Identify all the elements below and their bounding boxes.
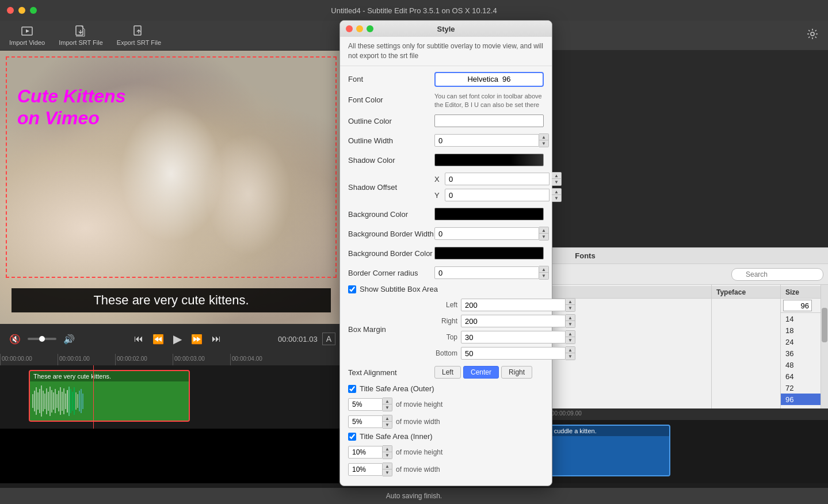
outline-width-down[interactable]: ▼ xyxy=(539,140,548,147)
outer-width-stepper[interactable]: ▲ ▼ xyxy=(383,415,392,429)
margin-top-up[interactable]: ▲ xyxy=(566,331,575,337)
size-input-field[interactable] xyxy=(783,300,812,311)
margin-bottom-down[interactable]: ▼ xyxy=(566,353,575,360)
outline-width-up[interactable]: ▲ xyxy=(539,134,548,140)
border-radius-stepper[interactable]: ▲ ▼ xyxy=(539,266,549,280)
shadow-y-input[interactable] xyxy=(445,189,550,201)
margin-bottom-stepper[interactable]: ▲ ▼ xyxy=(566,346,575,360)
inner-width-input[interactable] xyxy=(348,463,383,476)
rewind-button[interactable]: ⏪ xyxy=(150,331,166,347)
outer-height-input[interactable] xyxy=(348,398,383,411)
shadow-y-stepper[interactable]: ▲ ▼ xyxy=(552,188,562,202)
dialog-close-button[interactable] xyxy=(346,25,353,32)
show-subtitle-box-checkbox[interactable] xyxy=(348,285,356,293)
margin-bottom-up[interactable]: ▲ xyxy=(566,347,575,353)
outline-width-input[interactable] xyxy=(434,134,539,147)
close-button[interactable] xyxy=(7,7,14,14)
bg-border-color-swatch[interactable] xyxy=(434,247,544,259)
margin-left-down[interactable]: ▼ xyxy=(566,305,575,311)
title-safe-outer-checkbox[interactable] xyxy=(348,385,356,393)
size-14[interactable]: 14 xyxy=(781,313,821,324)
outline-color-swatch[interactable] xyxy=(434,114,544,127)
margin-left-input[interactable] xyxy=(461,299,566,311)
shadow-x-stepper[interactable]: ▲ ▼ xyxy=(552,172,562,186)
size-96[interactable]: 96 xyxy=(781,394,821,405)
margin-right-down[interactable]: ▼ xyxy=(566,321,575,327)
margin-left-up[interactable]: ▲ xyxy=(566,299,575,305)
margin-left-stepper[interactable]: ▲ ▼ xyxy=(566,298,575,312)
play-button[interactable]: ▶ xyxy=(171,330,184,348)
shadow-color-swatch[interactable] xyxy=(434,154,544,166)
title-safe-inner-checkbox[interactable] xyxy=(348,433,356,441)
inner-height-stepper[interactable]: ▲ ▼ xyxy=(383,445,392,459)
size-72[interactable]: 72 xyxy=(781,382,821,394)
size-36[interactable]: 36 xyxy=(781,348,821,359)
shadow-x-down[interactable]: ▼ xyxy=(552,179,561,185)
align-left-button[interactable]: Left xyxy=(434,366,461,379)
inner-width-up[interactable]: ▲ xyxy=(383,463,392,469)
outer-width-up[interactable]: ▲ xyxy=(383,415,392,422)
timeline-tracks[interactable]: These are very cute kittens. xyxy=(0,365,342,429)
ruler-mark-1: 00:00:01.00 xyxy=(58,354,115,365)
margin-top-label: Top xyxy=(434,333,457,341)
border-radius-input[interactable] xyxy=(434,266,539,279)
shadow-y-up[interactable]: ▲ xyxy=(552,189,561,195)
margin-right-up[interactable]: ▲ xyxy=(566,315,575,321)
margin-top-stepper[interactable]: ▲ ▼ xyxy=(566,330,575,344)
skip-start-button[interactable]: ⏮ xyxy=(132,331,146,346)
import-srt-button[interactable]: Import SRT File xyxy=(59,25,103,46)
fonts-search-input[interactable] xyxy=(731,268,823,281)
align-center-button[interactable]: Center xyxy=(463,366,499,379)
mute-button[interactable]: 🔇 xyxy=(7,331,23,347)
bg-color-swatch[interactable] xyxy=(434,208,544,220)
inner-height-down[interactable]: ▼ xyxy=(383,452,392,459)
volume-up-button[interactable]: 🔊 xyxy=(61,331,77,347)
bg-border-width-down[interactable]: ▼ xyxy=(539,234,548,240)
shadow-x-up[interactable]: ▲ xyxy=(552,173,561,179)
margin-right-input[interactable] xyxy=(461,315,566,327)
margin-right-stepper[interactable]: ▲ ▼ xyxy=(566,314,575,328)
dialog-maximize-button[interactable] xyxy=(367,25,373,32)
inner-width-down[interactable]: ▼ xyxy=(383,469,392,476)
maximize-button[interactable] xyxy=(30,7,37,14)
volume-slider[interactable] xyxy=(28,338,56,340)
playhead[interactable] xyxy=(93,365,94,429)
shadow-y-down[interactable]: ▼ xyxy=(552,195,561,201)
size-24[interactable]: 24 xyxy=(781,336,821,348)
export-srt-button[interactable]: Export SRT File xyxy=(117,25,161,46)
project-settings-button[interactable] xyxy=(806,28,819,43)
border-radius-up[interactable]: ▲ xyxy=(539,266,548,273)
margin-top-input[interactable] xyxy=(461,331,566,343)
text-tool-button[interactable]: A xyxy=(322,333,335,345)
minimize-button[interactable] xyxy=(18,7,25,14)
outer-height-down[interactable]: ▼ xyxy=(383,404,392,411)
inner-height-up[interactable]: ▲ xyxy=(383,446,392,452)
outer-height-stepper[interactable]: ▲ ▼ xyxy=(383,398,392,411)
fonts-scrollbar-thumb[interactable] xyxy=(822,308,827,342)
size-64[interactable]: 64 xyxy=(781,371,821,382)
border-radius-down[interactable]: ▼ xyxy=(539,273,548,279)
bg-border-width-up[interactable]: ▲ xyxy=(539,227,548,234)
svg-point-4 xyxy=(811,32,814,36)
timeline-clip-0[interactable]: These are very cute kittens. xyxy=(29,370,190,422)
import-video-button[interactable]: Import Video xyxy=(9,25,45,46)
inner-width-stepper[interactable]: ▲ ▼ xyxy=(383,463,392,476)
dialog-minimize-button[interactable] xyxy=(356,25,363,32)
bg-border-width-input[interactable] xyxy=(434,227,539,240)
inner-height-input[interactable] xyxy=(348,446,383,459)
font-input[interactable] xyxy=(434,72,544,87)
fonts-scrollbar[interactable] xyxy=(821,285,828,408)
outline-width-stepper[interactable]: ▲ ▼ xyxy=(539,133,549,147)
size-18[interactable]: 18 xyxy=(781,324,821,336)
outer-width-down[interactable]: ▼ xyxy=(383,422,392,428)
outer-height-up[interactable]: ▲ xyxy=(383,398,392,404)
fast-forward-button[interactable]: ⏩ xyxy=(189,331,205,347)
skip-end-button[interactable]: ⏭ xyxy=(209,331,223,346)
size-48[interactable]: 48 xyxy=(781,359,821,371)
outer-width-input[interactable] xyxy=(348,415,383,428)
align-right-button[interactable]: Right xyxy=(501,366,532,379)
shadow-x-input[interactable] xyxy=(445,173,550,185)
bg-border-width-stepper[interactable]: ▲ ▼ xyxy=(539,227,549,240)
margin-bottom-input[interactable] xyxy=(461,347,566,360)
margin-top-down[interactable]: ▼ xyxy=(566,337,575,343)
